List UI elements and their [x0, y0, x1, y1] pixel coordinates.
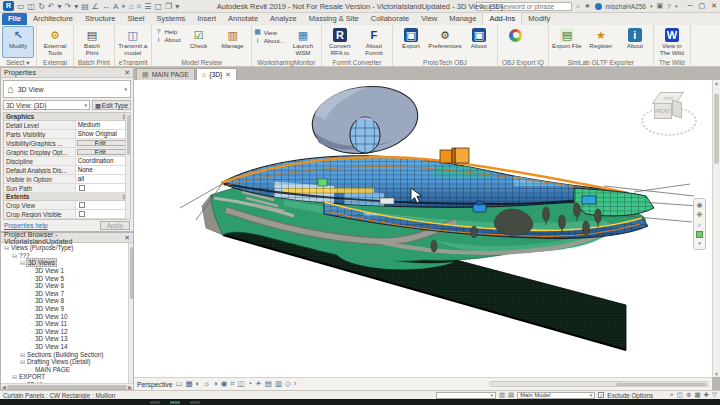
measure-icon[interactable]: ∠ [92, 1, 99, 12]
maximize-button[interactable]: ▢ [699, 2, 706, 10]
minimize-button[interactable]: ─ [688, 2, 693, 10]
properties-scrollbar[interactable] [125, 113, 130, 219]
redo-icon[interactable]: ↷ [65, 1, 72, 12]
tree-node-3d-views[interactable]: ⊟3D Views [1, 381, 133, 383]
view-tab--3d-[interactable]: ⌂{3D}✕ [196, 68, 237, 80]
visual-style-icon[interactable]: ◐ [196, 379, 201, 389]
close-button[interactable]: ✕ [711, 2, 717, 10]
exclude-options-checkbox[interactable]: ✓ [598, 392, 604, 398]
detail-level-icon[interactable]: ▦ [186, 379, 193, 389]
zoom-icon[interactable]: ⌕ [698, 221, 702, 229]
browser-close-icon[interactable]: ✕ [124, 234, 130, 242]
tree-node-3d-view-1[interactable]: ·3D View 1 [1, 267, 133, 275]
sun-path-checkbox[interactable] [79, 185, 85, 191]
tree-node-export[interactable]: ⊟EXPORT [1, 373, 133, 381]
edit-button[interactable]: Edit... [77, 149, 129, 155]
thin-lines-icon[interactable]: ☰ [144, 1, 151, 12]
about-button[interactable]: iAbout [619, 26, 651, 58]
select-underlay-icon[interactable]: ◫ [677, 391, 683, 399]
search-go-icon[interactable]: ⌕ [576, 2, 580, 10]
about-button[interactable]: iAbout [154, 36, 180, 43]
view-tab-main-page[interactable]: ▤MAIN PAGE [136, 68, 195, 80]
ribbon-tab-view[interactable]: View [415, 13, 443, 25]
text-icon[interactable]: A [113, 1, 118, 12]
workset-combo[interactable]: ▾ [436, 392, 496, 399]
more-arrow-icon[interactable]: › [294, 379, 297, 389]
tree-node-3d-view-8[interactable]: ·3D View 8 [1, 297, 133, 305]
about--button[interactable]: iAbout... [254, 37, 285, 44]
switch-windows-icon[interactable]: ❐ [165, 1, 172, 12]
edit-button[interactable]: Edit... [77, 140, 129, 146]
navigation-bar[interactable]: ◉ ✥ ⌕ ▾ [693, 198, 706, 250]
register-button[interactable]: ★Register [585, 26, 617, 58]
close-hidden-windows-icon[interactable]: ▢ [154, 1, 162, 12]
view-button[interactable]: ▦View [254, 28, 285, 36]
export-file-button[interactable]: ▤Export File [551, 26, 583, 58]
sync-icon[interactable]: ↻ [38, 1, 45, 12]
default-3d-view-icon[interactable]: ⌂ [129, 1, 134, 12]
ribbon-tab-file[interactable]: File [2, 13, 27, 25]
ribbon-tab-systems[interactable]: Systems [151, 13, 192, 25]
redo-caret-icon[interactable]: ▾ [74, 1, 78, 12]
section-icon[interactable]: ⌗ [137, 1, 142, 12]
ribbon-tab-architecture[interactable]: Architecture [27, 13, 79, 25]
tree-node-3d-views[interactable]: ⊟3D Views [1, 259, 133, 267]
star-icon[interactable]: ★ [584, 2, 590, 10]
property-section-extents[interactable]: Extents⊟ [4, 193, 130, 201]
displaced-elements-icon[interactable]: ◇ [285, 379, 291, 389]
check-button[interactable]: ☑Check [183, 26, 215, 58]
crop-view-checkbox[interactable] [79, 202, 85, 208]
help-icon[interactable]: ? [667, 3, 671, 10]
collapse-icon[interactable]: ⊟ [11, 252, 18, 259]
avatar[interactable] [595, 3, 602, 10]
editable-only-icon[interactable]: ▤ [508, 391, 514, 399]
crop-region-visible-checkbox[interactable] [79, 211, 85, 217]
tree-node-3d-view-6[interactable]: ·3D View 6 [1, 282, 133, 290]
tree-node-views-purpose-type-[interactable]: ⊟Views (Purpose/Type) [1, 244, 133, 252]
tree-node-3d-view-13[interactable]: ·3D View 13 [1, 335, 133, 343]
perspective-label[interactable]: Perspective [137, 381, 173, 388]
tree-node--[interactable]: ⊟??? [1, 252, 133, 260]
drag-on-selection-icon[interactable]: ✚ [704, 391, 709, 399]
viewcube-side-face[interactable] [672, 99, 682, 118]
open-icon[interactable]: ▭ [17, 1, 25, 12]
property-section-graphics[interactable]: Graphics⊟ [4, 113, 130, 121]
instance-selector[interactable]: 3D View: {3D} ▾ [3, 100, 90, 110]
viewcube[interactable]: TOP FRONT [640, 88, 698, 146]
collapse-icon[interactable]: ⊟ [3, 244, 10, 251]
ribbon-tab-modify[interactable]: Modify [522, 13, 556, 25]
select-links-icon[interactable]: ⌖ [670, 391, 674, 399]
ribbon-tab-manage[interactable]: Manage [443, 13, 482, 25]
color-ring-button[interactable] [500, 26, 532, 58]
ribbon-tab-massing-site[interactable]: Massing & Site [303, 13, 365, 25]
design-option-combo[interactable]: Main Model▾ [517, 392, 595, 399]
properties-help-link[interactable]: Properties help [4, 222, 48, 229]
save-icon[interactable]: ◫ [28, 1, 36, 12]
tree-node-3d-view-10[interactable]: ·3D View 10 [1, 312, 133, 320]
canvas-hscrollbar[interactable] [489, 381, 709, 387]
steering-wheel-icon[interactable]: ◉ [696, 201, 702, 209]
crop-view-icon[interactable]: ⌗ [230, 379, 234, 389]
account-caret-icon[interactable]: ▾ [650, 3, 653, 9]
revit-logo-icon[interactable]: R [3, 1, 14, 11]
properties-close-icon[interactable]: ✕ [124, 69, 130, 77]
temporary-hide-isolate-icon[interactable]: ◔ [248, 379, 253, 389]
shadows-icon[interactable]: ◑ [213, 379, 218, 389]
store-icon[interactable]: ▣ [656, 2, 663, 10]
property-value[interactable]: Medium [76, 121, 130, 129]
tree-node-main-page[interactable]: ·MAIN PAGE [1, 366, 133, 374]
launch-wsm-button[interactable]: ▦Launch WSM [287, 26, 319, 58]
batch-print-button[interactable]: ▤Batch Print [76, 26, 108, 58]
ribbon-tab-add-ins[interactable]: Add-Ins [482, 12, 522, 25]
apply-button[interactable]: Apply [100, 221, 130, 230]
navbar-caret-icon[interactable]: ▾ [698, 240, 701, 246]
drawing-area[interactable]: TOP FRONT ◉ ✥ ⌕ ▾ [134, 80, 712, 377]
show-crop-region-icon[interactable]: ◫ [237, 379, 244, 389]
collapse-icon[interactable]: ⊟ [19, 259, 26, 266]
convert-rfa-to-formit-button[interactable]: RConvert RFA to Formit [324, 26, 356, 58]
ribbon-tab-structure[interactable]: Structure [79, 13, 121, 25]
manage-button[interactable]: ▥Manage [217, 26, 249, 58]
preferences-button[interactable]: ⚙Preferences [429, 26, 461, 58]
tree-node-3d-view-11[interactable]: ·3D View 11 [1, 320, 133, 328]
select-pinned-icon[interactable]: ⊕ [686, 391, 691, 399]
